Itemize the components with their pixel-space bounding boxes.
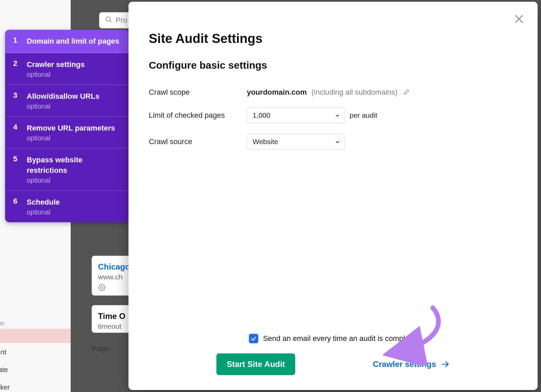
wizard-step-number: 4 — [13, 123, 21, 142]
bg-search-text: Pro — [116, 16, 127, 25]
svg-point-0 — [106, 17, 111, 21]
wizard-step-number: 2 — [13, 59, 21, 78]
link-label: Crawler settings — [373, 360, 436, 369]
settings-modal: Site Audit Settings Configure basic sett… — [128, 2, 538, 390]
bg-stub: plate — [0, 366, 8, 374]
row-limit-pages: Limit of checked pages 1,000 per audit — [149, 102, 517, 129]
wizard-step-optional: optional — [27, 71, 121, 78]
wizard-step-label: Schedule — [27, 197, 121, 208]
field-label: Crawl scope — [149, 88, 247, 97]
wizard-step-label: Remove URL parameters — [27, 123, 121, 134]
wizard-step-optional: optional — [27, 102, 121, 110]
start-site-audit-button[interactable]: Start Site Audit — [216, 353, 295, 375]
wizard-step-crawler-settings[interactable]: 2 Crawler settings optional — [5, 53, 128, 85]
wizard-steps: 1 Domain and limit of pages 2 Crawler se… — [5, 30, 128, 222]
arrow-right-icon — [441, 360, 450, 369]
bg-stub-active — [0, 329, 71, 343]
bg-stub: SEO — [0, 321, 4, 326]
crawler-settings-link[interactable]: Crawler settings — [373, 360, 450, 369]
wizard-step-number: 6 — [13, 197, 21, 216]
wizard-step-label: Domain and limit of pages — [27, 36, 121, 47]
bg-stub: ecker — [0, 384, 10, 391]
row-crawl-scope: Crawl scope yourdomain.com (including al… — [149, 83, 517, 102]
modal-subtitle: Configure basic settings — [149, 60, 517, 71]
field-label: Crawl source — [149, 137, 247, 146]
chevron-down-icon — [334, 139, 340, 145]
wizard-step-optional: optional — [27, 208, 121, 216]
wizard-step-number: 1 — [13, 36, 21, 47]
search-icon — [105, 16, 112, 25]
bg-stub: nent — [0, 348, 6, 356]
wizard-step-number: 5 — [13, 155, 21, 185]
wizard-step-bypass[interactable]: 5 Bypass website restrictions optional — [5, 148, 128, 191]
email-notify-label: Send an email every time an audit is com… — [263, 334, 417, 343]
field-label: Limit of checked pages — [149, 111, 247, 120]
modal-footer: Send an email every time an audit is com… — [128, 334, 538, 375]
modal-title: Site Audit Settings — [149, 31, 517, 46]
wizard-step-remove-params[interactable]: 4 Remove URL parameters optional — [5, 117, 128, 148]
limit-suffix: per audit — [350, 111, 377, 119]
crawl-source-select[interactable]: Website — [247, 134, 345, 149]
wizard-step-schedule[interactable]: 6 Schedule optional — [5, 191, 128, 222]
email-notify-row[interactable]: Send an email every time an audit is com… — [149, 334, 517, 343]
wizard-step-optional: optional — [27, 177, 121, 184]
crawl-scope-domain: yourdomain.com — [247, 88, 307, 97]
svg-line-1 — [110, 21, 111, 22]
limit-pages-select[interactable]: 1,000 — [247, 108, 345, 123]
row-crawl-source: Crawl source Website — [149, 129, 517, 155]
edit-scope-button[interactable] — [402, 89, 410, 96]
chevron-down-icon — [334, 112, 340, 118]
wizard-step-label: Crawler settings — [27, 59, 121, 70]
close-button[interactable] — [513, 13, 525, 25]
svg-point-2 — [101, 286, 103, 289]
checkbox-checked-icon[interactable] — [249, 334, 258, 343]
wizard-step-number: 3 — [13, 91, 21, 110]
wizard-step-label: Allow/disallow URLs — [27, 91, 121, 102]
wizard-step-optional: optional — [27, 134, 121, 142]
wizard-step-allow-disallow[interactable]: 3 Allow/disallow URLs optional — [5, 85, 128, 117]
wizard-step-domain-limit[interactable]: 1 Domain and limit of pages — [5, 30, 128, 53]
crawl-scope-hint: (including all subdomains) — [311, 88, 397, 97]
wizard-step-label: Bypass website restrictions — [27, 155, 121, 176]
select-value: Website — [253, 138, 278, 146]
select-value: 1,000 — [253, 111, 270, 119]
settings-form: Crawl scope yourdomain.com (including al… — [149, 83, 517, 155]
